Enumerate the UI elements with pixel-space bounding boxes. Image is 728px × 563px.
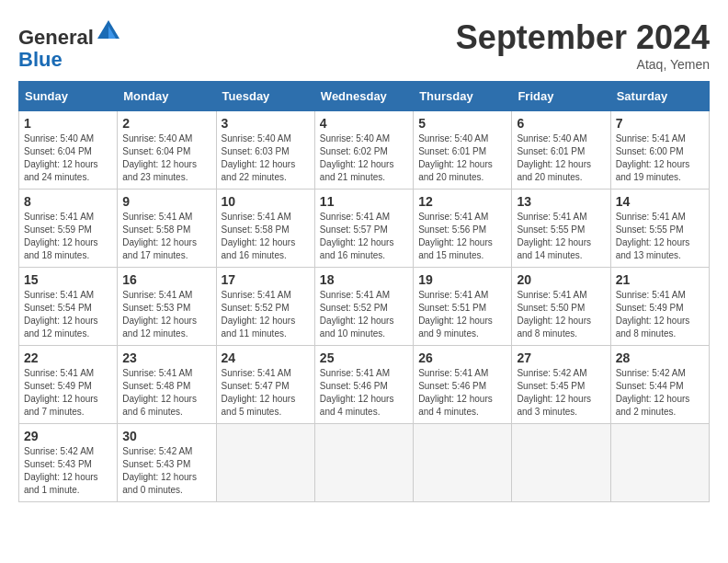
day-number: 6 xyxy=(517,116,605,131)
table-row: 26 Sunrise: 5:41 AM Sunset: 5:46 PM Dayl… xyxy=(414,346,512,424)
calendar-row: 1 Sunrise: 5:40 AM Sunset: 6:04 PM Dayli… xyxy=(19,111,710,190)
table-row: 15 Sunrise: 5:41 AM Sunset: 5:54 PM Dayl… xyxy=(19,268,118,346)
empty-cell xyxy=(610,424,709,502)
table-row: 23 Sunrise: 5:41 AM Sunset: 5:48 PM Dayl… xyxy=(118,346,216,424)
col-thursday: Thursday xyxy=(414,82,512,111)
day-number: 28 xyxy=(616,350,704,365)
day-detail: Sunrise: 5:41 AM Sunset: 5:46 PM Dayligh… xyxy=(418,367,506,419)
table-row: 21 Sunrise: 5:41 AM Sunset: 5:49 PM Dayl… xyxy=(610,268,709,346)
day-number: 12 xyxy=(418,194,506,209)
day-detail: Sunrise: 5:41 AM Sunset: 5:59 PM Dayligh… xyxy=(24,211,112,262)
day-detail: Sunrise: 5:42 AM Sunset: 5:45 PM Dayligh… xyxy=(517,367,605,419)
day-number: 24 xyxy=(222,350,310,365)
day-number: 21 xyxy=(616,272,704,287)
table-row: 5 Sunrise: 5:40 AM Sunset: 6:01 PM Dayli… xyxy=(414,111,512,190)
calendar: Sunday Monday Tuesday Wednesday Thursday… xyxy=(18,81,710,502)
day-detail: Sunrise: 5:41 AM Sunset: 6:00 PM Dayligh… xyxy=(616,132,704,184)
table-row: 17 Sunrise: 5:41 AM Sunset: 5:52 PM Dayl… xyxy=(216,268,314,346)
day-detail: Sunrise: 5:41 AM Sunset: 5:52 PM Dayligh… xyxy=(222,289,310,340)
table-row: 19 Sunrise: 5:41 AM Sunset: 5:51 PM Dayl… xyxy=(414,268,512,346)
day-number: 23 xyxy=(122,350,210,365)
day-number: 8 xyxy=(24,194,112,209)
day-number: 16 xyxy=(122,272,210,287)
day-number: 19 xyxy=(418,272,506,287)
day-number: 25 xyxy=(320,350,408,365)
day-detail: Sunrise: 5:42 AM Sunset: 5:43 PM Dayligh… xyxy=(24,445,112,497)
table-row: 1 Sunrise: 5:40 AM Sunset: 6:04 PM Dayli… xyxy=(19,111,118,190)
day-detail: Sunrise: 5:41 AM Sunset: 5:56 PM Dayligh… xyxy=(418,211,506,262)
table-row: 2 Sunrise: 5:40 AM Sunset: 6:04 PM Dayli… xyxy=(118,111,216,190)
day-number: 2 xyxy=(122,116,210,131)
calendar-row: 22 Sunrise: 5:41 AM Sunset: 5:49 PM Dayl… xyxy=(19,346,710,424)
day-detail: Sunrise: 5:40 AM Sunset: 6:03 PM Dayligh… xyxy=(222,132,310,184)
table-row: 18 Sunrise: 5:41 AM Sunset: 5:52 PM Dayl… xyxy=(314,268,413,346)
day-detail: Sunrise: 5:41 AM Sunset: 5:53 PM Dayligh… xyxy=(122,289,210,340)
day-number: 17 xyxy=(222,272,310,287)
table-row: 14 Sunrise: 5:41 AM Sunset: 5:55 PM Dayl… xyxy=(610,190,709,268)
day-detail: Sunrise: 5:41 AM Sunset: 5:47 PM Dayligh… xyxy=(222,367,310,419)
day-detail: Sunrise: 5:42 AM Sunset: 5:44 PM Dayligh… xyxy=(616,367,704,419)
logo: General Blue xyxy=(18,18,121,71)
day-detail: Sunrise: 5:41 AM Sunset: 5:55 PM Dayligh… xyxy=(517,211,605,262)
day-number: 7 xyxy=(616,116,704,131)
table-row: 29 Sunrise: 5:42 AM Sunset: 5:43 PM Dayl… xyxy=(19,424,118,502)
table-row: 7 Sunrise: 5:41 AM Sunset: 6:00 PM Dayli… xyxy=(610,111,709,190)
day-number: 30 xyxy=(122,429,210,443)
day-number: 10 xyxy=(222,194,310,209)
table-row: 8 Sunrise: 5:41 AM Sunset: 5:59 PM Dayli… xyxy=(19,190,118,268)
col-sunday: Sunday xyxy=(19,82,118,111)
table-row: 22 Sunrise: 5:41 AM Sunset: 5:49 PM Dayl… xyxy=(19,346,118,424)
day-number: 15 xyxy=(24,272,112,287)
day-number: 22 xyxy=(24,350,112,365)
day-detail: Sunrise: 5:41 AM Sunset: 5:49 PM Dayligh… xyxy=(24,367,112,419)
day-number: 1 xyxy=(24,116,112,131)
day-detail: Sunrise: 5:41 AM Sunset: 5:55 PM Dayligh… xyxy=(616,211,704,262)
empty-cell xyxy=(414,424,512,502)
day-number: 14 xyxy=(616,194,704,209)
table-row: 30 Sunrise: 5:42 AM Sunset: 5:43 PM Dayl… xyxy=(118,424,216,502)
day-number: 26 xyxy=(418,350,506,365)
day-number: 13 xyxy=(517,194,605,209)
day-number: 27 xyxy=(517,350,605,365)
location: Ataq, Yemen xyxy=(456,57,710,72)
calendar-header-row: Sunday Monday Tuesday Wednesday Thursday… xyxy=(19,82,710,111)
col-wednesday: Wednesday xyxy=(314,82,413,111)
col-monday: Monday xyxy=(118,82,216,111)
day-number: 5 xyxy=(418,116,506,131)
day-detail: Sunrise: 5:41 AM Sunset: 5:52 PM Dayligh… xyxy=(320,289,408,340)
day-detail: Sunrise: 5:40 AM Sunset: 6:01 PM Dayligh… xyxy=(517,132,605,184)
col-friday: Friday xyxy=(512,82,610,111)
day-number: 9 xyxy=(122,194,210,209)
month-title: September 2024 xyxy=(456,18,710,57)
logo-icon xyxy=(96,18,121,44)
col-tuesday: Tuesday xyxy=(216,82,314,111)
day-detail: Sunrise: 5:41 AM Sunset: 5:54 PM Dayligh… xyxy=(24,289,112,340)
title-area: September 2024 Ataq, Yemen xyxy=(456,18,710,72)
logo-blue-text: Blue xyxy=(18,48,63,71)
day-number: 20 xyxy=(517,272,605,287)
table-row: 24 Sunrise: 5:41 AM Sunset: 5:47 PM Dayl… xyxy=(216,346,314,424)
table-row: 6 Sunrise: 5:40 AM Sunset: 6:01 PM Dayli… xyxy=(512,111,610,190)
table-row: 10 Sunrise: 5:41 AM Sunset: 5:58 PM Dayl… xyxy=(216,190,314,268)
day-detail: Sunrise: 5:40 AM Sunset: 6:01 PM Dayligh… xyxy=(418,132,506,184)
day-number: 29 xyxy=(24,429,112,443)
day-detail: Sunrise: 5:41 AM Sunset: 5:57 PM Dayligh… xyxy=(320,211,408,262)
table-row: 16 Sunrise: 5:41 AM Sunset: 5:53 PM Dayl… xyxy=(118,268,216,346)
empty-cell xyxy=(512,424,610,502)
table-row: 27 Sunrise: 5:42 AM Sunset: 5:45 PM Dayl… xyxy=(512,346,610,424)
day-detail: Sunrise: 5:40 AM Sunset: 6:04 PM Dayligh… xyxy=(122,132,210,184)
empty-cell xyxy=(314,424,413,502)
empty-cell xyxy=(216,424,314,502)
table-row: 20 Sunrise: 5:41 AM Sunset: 5:50 PM Dayl… xyxy=(512,268,610,346)
day-detail: Sunrise: 5:42 AM Sunset: 5:43 PM Dayligh… xyxy=(122,445,210,497)
calendar-row: 8 Sunrise: 5:41 AM Sunset: 5:59 PM Dayli… xyxy=(19,190,710,268)
day-detail: Sunrise: 5:41 AM Sunset: 5:58 PM Dayligh… xyxy=(222,211,310,262)
table-row: 3 Sunrise: 5:40 AM Sunset: 6:03 PM Dayli… xyxy=(216,111,314,190)
day-number: 3 xyxy=(222,116,310,131)
header: General Blue September 2024 Ataq, Yemen xyxy=(18,18,710,72)
day-number: 11 xyxy=(320,194,408,209)
table-row: 12 Sunrise: 5:41 AM Sunset: 5:56 PM Dayl… xyxy=(414,190,512,268)
logo-general-text: General xyxy=(18,26,94,49)
day-detail: Sunrise: 5:40 AM Sunset: 6:04 PM Dayligh… xyxy=(24,132,112,184)
table-row: 9 Sunrise: 5:41 AM Sunset: 5:58 PM Dayli… xyxy=(118,190,216,268)
